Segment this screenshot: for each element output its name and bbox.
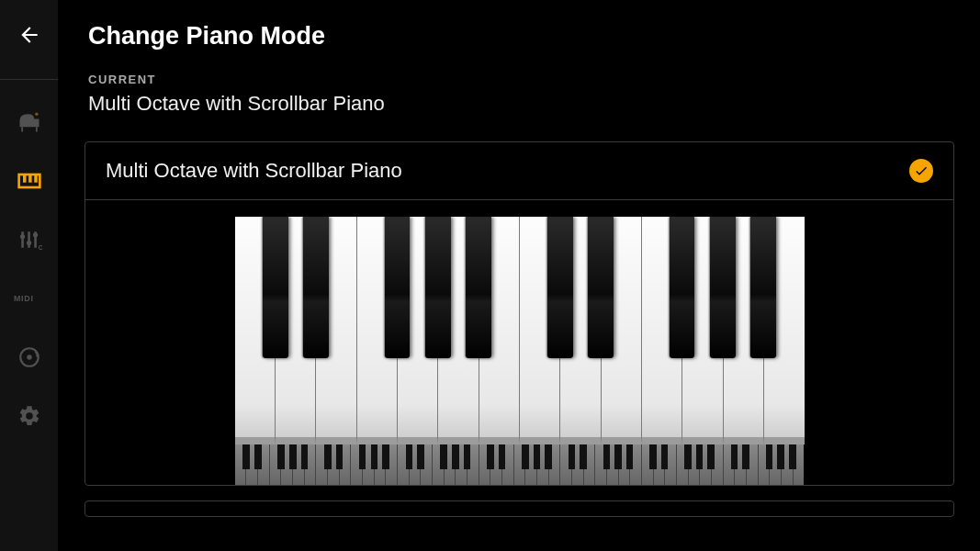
divider bbox=[0, 79, 58, 80]
sidebar-item-sliders[interactable]: C bbox=[9, 219, 50, 260]
sidebar-item-keyboard[interactable] bbox=[9, 161, 50, 201]
check-icon bbox=[914, 163, 929, 178]
mode-option-title: Multi Octave with Scrollbar Piano bbox=[106, 159, 402, 183]
black-key bbox=[750, 217, 775, 358]
svg-point-2 bbox=[35, 113, 39, 117]
sidebar-item-piano[interactable] bbox=[9, 102, 50, 142]
current-mode-name: Multi Octave with Scrollbar Piano bbox=[88, 92, 951, 116]
black-key bbox=[425, 217, 450, 358]
current-label: CURRENT bbox=[88, 73, 951, 86]
mini-black-key bbox=[603, 444, 611, 469]
black-key bbox=[385, 217, 410, 358]
black-key bbox=[303, 217, 328, 358]
black-key bbox=[547, 217, 572, 358]
svg-text:MIDI: MIDI bbox=[14, 294, 34, 303]
mini-black-key bbox=[766, 444, 773, 469]
black-key bbox=[588, 217, 613, 358]
mini-black-key bbox=[580, 444, 587, 469]
arrow-left-icon bbox=[17, 23, 41, 47]
sidebar-item-settings[interactable] bbox=[9, 396, 50, 436]
sidebar-item-disc[interactable] bbox=[9, 337, 50, 377]
mini-black-key bbox=[731, 444, 738, 469]
main-content: Change Piano Mode CURRENT Multi Octave w… bbox=[59, 0, 980, 551]
mini-black-key bbox=[242, 444, 250, 469]
next-option-card-peek[interactable] bbox=[84, 500, 954, 517]
piano-scrollbar[interactable] bbox=[235, 444, 805, 485]
page-title: Change Piano Mode bbox=[84, 0, 954, 73]
svg-rect-5 bbox=[28, 174, 32, 183]
mini-black-key bbox=[301, 444, 309, 469]
svg-rect-1 bbox=[36, 127, 38, 131]
mode-preview bbox=[85, 200, 953, 485]
mini-black-key bbox=[522, 444, 529, 469]
mini-black-key bbox=[545, 444, 552, 469]
mini-black-key bbox=[406, 444, 413, 469]
mini-black-key bbox=[684, 444, 692, 469]
mini-black-key bbox=[417, 444, 424, 469]
mini-black-key bbox=[277, 444, 285, 469]
svg-point-12 bbox=[32, 232, 37, 237]
mini-black-key bbox=[499, 444, 506, 469]
black-key bbox=[263, 217, 287, 358]
mini-black-key bbox=[487, 444, 494, 469]
mini-black-key bbox=[626, 444, 634, 469]
sliders-icon: C bbox=[17, 227, 42, 253]
keyboard-icon bbox=[17, 168, 42, 194]
mini-black-key bbox=[789, 444, 796, 469]
mini-black-key bbox=[614, 444, 622, 469]
mini-black-key bbox=[371, 444, 378, 469]
back-button[interactable] bbox=[7, 13, 51, 57]
mini-black-key bbox=[661, 444, 669, 469]
svg-text:C: C bbox=[38, 244, 41, 251]
mini-black-key bbox=[742, 444, 749, 469]
mini-black-key bbox=[707, 444, 715, 469]
mode-option-card: Multi Octave with Scrollbar Piano bbox=[84, 141, 954, 486]
mini-black-key bbox=[464, 444, 471, 469]
mini-black-key bbox=[382, 444, 389, 469]
svg-point-16 bbox=[27, 354, 31, 359]
svg-rect-0 bbox=[21, 127, 23, 131]
sidebar-rail: C MIDI bbox=[0, 0, 59, 551]
grand-piano-icon bbox=[17, 109, 42, 135]
mini-black-key bbox=[359, 444, 366, 469]
mini-black-key bbox=[534, 444, 541, 469]
gear-icon bbox=[17, 404, 41, 428]
mini-black-key bbox=[696, 444, 704, 469]
mini-black-key bbox=[569, 444, 576, 469]
mini-black-key bbox=[452, 444, 459, 469]
mini-black-key bbox=[649, 444, 657, 469]
sidebar-item-midi[interactable]: MIDI bbox=[9, 278, 50, 319]
mini-black-key bbox=[440, 444, 447, 469]
mini-black-key bbox=[324, 444, 332, 469]
black-key bbox=[710, 217, 735, 358]
svg-point-10 bbox=[19, 234, 24, 239]
mini-black-key bbox=[336, 444, 344, 469]
svg-rect-4 bbox=[23, 174, 27, 183]
current-section: CURRENT Multi Octave with Scrollbar Pian… bbox=[84, 73, 954, 132]
svg-rect-6 bbox=[34, 174, 38, 183]
midi-icon: MIDI bbox=[14, 292, 45, 305]
disc-icon bbox=[17, 345, 41, 369]
mini-black-key bbox=[254, 444, 262, 469]
mini-black-key bbox=[289, 444, 297, 469]
piano-preview bbox=[235, 217, 805, 444]
black-key bbox=[670, 217, 694, 358]
svg-point-11 bbox=[26, 241, 30, 245]
mini-black-key bbox=[777, 444, 784, 469]
mode-option-header[interactable]: Multi Octave with Scrollbar Piano bbox=[85, 142, 953, 200]
black-key bbox=[466, 217, 490, 358]
selected-check-badge bbox=[909, 159, 933, 183]
